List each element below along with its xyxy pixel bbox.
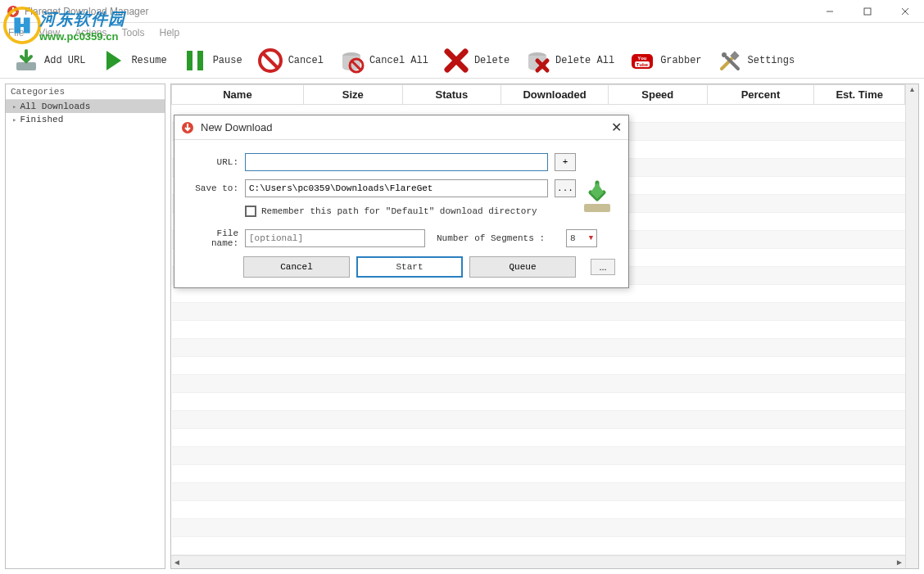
table-row[interactable]: [172, 429, 905, 447]
table-row[interactable]: [172, 447, 905, 465]
cancel-label: Cancel: [288, 55, 324, 66]
horizontal-scrollbar[interactable]: ◄ ►: [171, 555, 905, 568]
chevron-down-icon: ▼: [589, 234, 593, 242]
svg-rect-8: [197, 51, 203, 70]
pause-label: Pause: [213, 55, 242, 66]
dialog-close-button[interactable]: ✕: [611, 120, 622, 135]
close-button[interactable]: [886, 0, 924, 23]
dialog-title: New Download: [201, 121, 272, 133]
delete-all-button[interactable]: Delete All: [519, 46, 619, 75]
segments-value: 8: [570, 233, 576, 243]
app-icon: [7, 5, 20, 18]
url-input[interactable]: [245, 153, 548, 171]
save-to-label: Save to:: [188, 183, 238, 193]
play-icon: [100, 47, 126, 74]
cancel-all-icon: [338, 47, 365, 74]
cancel-icon: [257, 47, 283, 74]
vertical-scrollbar[interactable]: ▴: [905, 84, 918, 568]
window-title: Flareget Download Manager: [25, 6, 148, 17]
settings-label: Settings: [748, 55, 795, 66]
resume-label: Resume: [131, 55, 166, 66]
table-row[interactable]: [172, 519, 905, 537]
sidebar-header: Categories: [6, 84, 165, 100]
menu-file[interactable]: File: [8, 27, 24, 38]
remember-path-checkbox[interactable]: [245, 206, 256, 217]
svg-point-26: [722, 52, 727, 57]
svg-rect-3: [864, 8, 871, 15]
url-label: URL:: [188, 157, 238, 167]
maximize-button[interactable]: [849, 0, 886, 23]
scroll-right-icon[interactable]: ►: [895, 558, 904, 567]
minimize-button[interactable]: [811, 0, 849, 23]
toolbar: Add URL Resume Pause Cancel Cancel All D…: [0, 43, 924, 79]
col-est-time[interactable]: Est. Time: [814, 85, 905, 105]
menu-view[interactable]: View: [38, 27, 60, 38]
window-titlebar: Flareget Download Manager: [0, 0, 924, 23]
dialog-app-icon: [181, 121, 194, 134]
svg-rect-7: [187, 51, 192, 70]
svg-text:You: You: [638, 56, 647, 61]
dialog-cancel-button[interactable]: Cancel: [243, 256, 350, 278]
segments-select[interactable]: 8 ▼: [566, 229, 597, 247]
add-url-plus-button[interactable]: +: [555, 153, 576, 171]
table-row[interactable]: [172, 393, 905, 411]
sidebar-item-all-downloads[interactable]: ▸ All Downloads: [6, 100, 165, 113]
delete-all-label: Delete All: [555, 55, 614, 66]
file-name-input[interactable]: [245, 229, 425, 247]
cancel-all-button[interactable]: Cancel All: [333, 46, 433, 75]
download-large-icon: [579, 179, 615, 215]
grabber-label: Grabber: [660, 55, 701, 66]
table-row[interactable]: [172, 483, 905, 501]
table-row[interactable]: [172, 321, 905, 339]
menu-help[interactable]: Help: [160, 27, 180, 38]
delete-button[interactable]: Delete: [438, 46, 514, 75]
dialog-more-button[interactable]: ...: [591, 259, 615, 275]
delete-label: Delete: [474, 55, 510, 66]
col-size[interactable]: Size: [303, 85, 402, 105]
col-percent[interactable]: Percent: [707, 85, 814, 105]
add-url-label: Add URL: [44, 55, 85, 66]
categories-sidebar: Categories ▸ All Downloads ▸ Finished: [5, 84, 165, 569]
table-row[interactable]: [172, 411, 905, 429]
youtube-icon: YouTube: [629, 47, 655, 74]
dialog-titlebar[interactable]: New Download ✕: [174, 115, 628, 140]
save-to-input[interactable]: [245, 179, 548, 197]
chevron-right-icon: ▸: [12, 102, 16, 111]
settings-button[interactable]: Settings: [712, 46, 800, 75]
scroll-left-icon[interactable]: ◄: [173, 558, 181, 567]
cancel-button[interactable]: Cancel: [252, 46, 328, 75]
menu-actions[interactable]: Actions: [75, 27, 106, 38]
chevron-right-icon: ▸: [12, 115, 16, 124]
resume-button[interactable]: Resume: [95, 46, 171, 75]
col-status[interactable]: Status: [402, 85, 501, 105]
segments-label: Number of Segments :: [437, 233, 545, 243]
pause-button[interactable]: Pause: [177, 46, 247, 75]
svg-line-10: [263, 53, 278, 68]
sidebar-item-label: All Downloads: [20, 102, 90, 111]
dialog-start-button[interactable]: Start: [356, 256, 463, 278]
table-row[interactable]: [172, 501, 905, 519]
menu-tools[interactable]: Tools: [122, 27, 145, 38]
browse-button[interactable]: ...: [555, 179, 576, 197]
col-speed[interactable]: Speed: [608, 85, 707, 105]
table-row[interactable]: [172, 465, 905, 483]
grabber-button[interactable]: YouTube Grabber: [624, 46, 706, 75]
table-row[interactable]: [172, 339, 905, 357]
col-name[interactable]: Name: [172, 85, 304, 105]
delete-all-icon: [524, 47, 550, 74]
table-row[interactable]: [172, 357, 905, 375]
add-url-button[interactable]: Add URL: [8, 46, 90, 75]
sidebar-item-label: Finished: [20, 115, 63, 124]
settings-icon: [717, 47, 743, 74]
scroll-up-icon[interactable]: ▴: [906, 84, 918, 93]
table-row[interactable]: [172, 303, 905, 321]
remember-path-label: Remember this path for "Default" downloa…: [261, 206, 537, 216]
sidebar-item-finished[interactable]: ▸ Finished: [6, 113, 165, 126]
menubar: File View Actions Tools Help: [0, 23, 924, 43]
dialog-queue-button[interactable]: Queue: [469, 256, 576, 278]
svg-text:Tube: Tube: [636, 62, 649, 68]
table-row[interactable]: [172, 375, 905, 393]
table-row[interactable]: [172, 537, 905, 555]
col-downloaded[interactable]: Downloaded: [501, 85, 609, 105]
new-download-dialog: New Download ✕ URL: + Save to: ... Remem…: [174, 115, 629, 288]
